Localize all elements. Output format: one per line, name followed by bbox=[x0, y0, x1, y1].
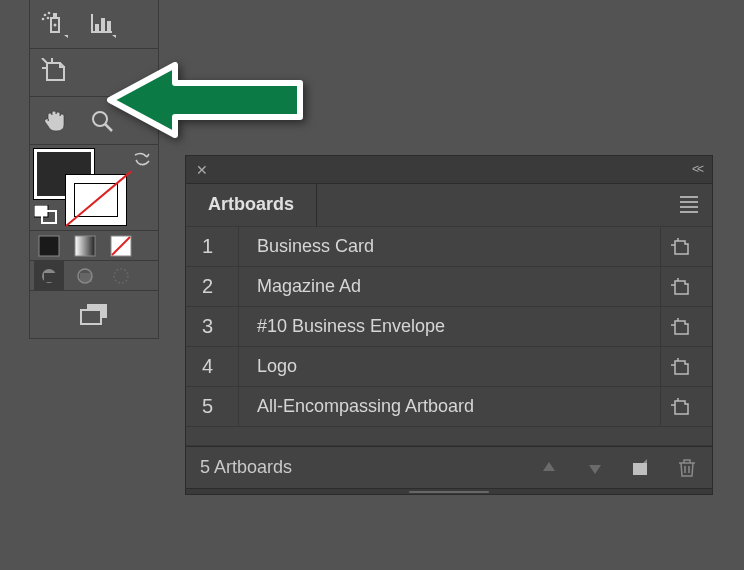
annotation-arrow-icon bbox=[100, 55, 310, 149]
tab-label: Artboards bbox=[208, 194, 294, 214]
tools-panel bbox=[29, 0, 159, 339]
svg-rect-10 bbox=[107, 21, 111, 32]
svg-point-0 bbox=[44, 14, 47, 17]
row-name: All-Encompassing Artboard bbox=[257, 396, 660, 417]
graph-tool[interactable] bbox=[78, 0, 126, 48]
svg-rect-9 bbox=[101, 18, 105, 32]
svg-rect-20 bbox=[44, 273, 56, 282]
svg-point-3 bbox=[47, 17, 50, 20]
svg-rect-25 bbox=[81, 310, 101, 324]
list-item[interactable]: 2 Magazine Ad bbox=[186, 266, 712, 306]
row-number: 2 bbox=[198, 275, 238, 298]
artboard-orient-icon[interactable] bbox=[660, 267, 700, 306]
list-empty-row bbox=[186, 426, 712, 446]
artboard-orient-icon[interactable] bbox=[660, 227, 700, 266]
new-artboard-icon[interactable] bbox=[630, 457, 652, 479]
svg-rect-5 bbox=[53, 13, 57, 18]
svg-point-23 bbox=[114, 269, 128, 283]
svg-point-6 bbox=[54, 24, 57, 27]
svg-marker-11 bbox=[112, 35, 116, 38]
default-fill-stroke-icon[interactable] bbox=[34, 205, 58, 225]
row-name: Magazine Ad bbox=[257, 276, 660, 297]
artboard-orient-icon[interactable] bbox=[660, 307, 700, 346]
panel-collapse-icon[interactable]: << bbox=[692, 162, 702, 176]
artboard-tool[interactable] bbox=[30, 49, 78, 97]
svg-rect-8 bbox=[95, 24, 99, 32]
row-name: #10 Business Envelope bbox=[257, 316, 660, 337]
color-mode-gradient[interactable] bbox=[70, 231, 100, 261]
hand-tool[interactable] bbox=[30, 97, 78, 145]
row-number: 4 bbox=[198, 355, 238, 378]
row-name: Logo bbox=[257, 356, 660, 377]
svg-rect-15 bbox=[39, 236, 59, 256]
move-up-icon[interactable] bbox=[538, 457, 560, 479]
panel-resize-grip[interactable] bbox=[186, 488, 712, 494]
artboard-count-label: 5 Artboards bbox=[200, 457, 538, 478]
row-number: 1 bbox=[198, 235, 238, 258]
tab-artboards[interactable]: Artboards bbox=[186, 184, 317, 226]
artboards-list: 1 Business Card 2 Magazine Ad 3 #10 Busi… bbox=[186, 226, 712, 446]
swap-fill-stroke-icon[interactable] bbox=[132, 149, 152, 173]
draw-inside-icon[interactable] bbox=[106, 261, 136, 291]
list-item[interactable]: 4 Logo bbox=[186, 346, 712, 386]
row-name: Business Card bbox=[257, 236, 660, 257]
row-number: 3 bbox=[198, 315, 238, 338]
panel-close-icon[interactable]: ✕ bbox=[196, 162, 208, 178]
color-mode-none[interactable] bbox=[106, 231, 136, 261]
stroke-swatch[interactable] bbox=[66, 175, 126, 225]
delete-artboard-icon[interactable] bbox=[676, 457, 698, 479]
svg-point-1 bbox=[48, 12, 51, 15]
svg-rect-16 bbox=[75, 236, 95, 256]
row-number: 5 bbox=[198, 395, 238, 418]
move-down-icon[interactable] bbox=[584, 457, 606, 479]
svg-rect-26 bbox=[633, 463, 647, 475]
artboards-panel: ✕ << Artboards 1 Business Card 2 Magazin… bbox=[185, 155, 713, 495]
panel-menu-icon[interactable] bbox=[680, 196, 698, 213]
list-item[interactable]: 5 All-Encompassing Artboard bbox=[186, 386, 712, 426]
screen-mode-icon[interactable] bbox=[70, 291, 118, 339]
draw-normal-icon[interactable] bbox=[34, 261, 64, 291]
list-item[interactable]: 1 Business Card bbox=[186, 226, 712, 266]
svg-marker-7 bbox=[64, 35, 68, 38]
artboard-orient-icon[interactable] bbox=[660, 387, 700, 426]
list-item[interactable]: 3 #10 Business Envelope bbox=[186, 306, 712, 346]
svg-point-2 bbox=[42, 18, 45, 21]
spray-tool[interactable] bbox=[30, 0, 78, 48]
draw-behind-icon[interactable] bbox=[70, 261, 100, 291]
artboard-orient-icon[interactable] bbox=[660, 347, 700, 386]
color-mode-solid[interactable] bbox=[34, 231, 64, 261]
